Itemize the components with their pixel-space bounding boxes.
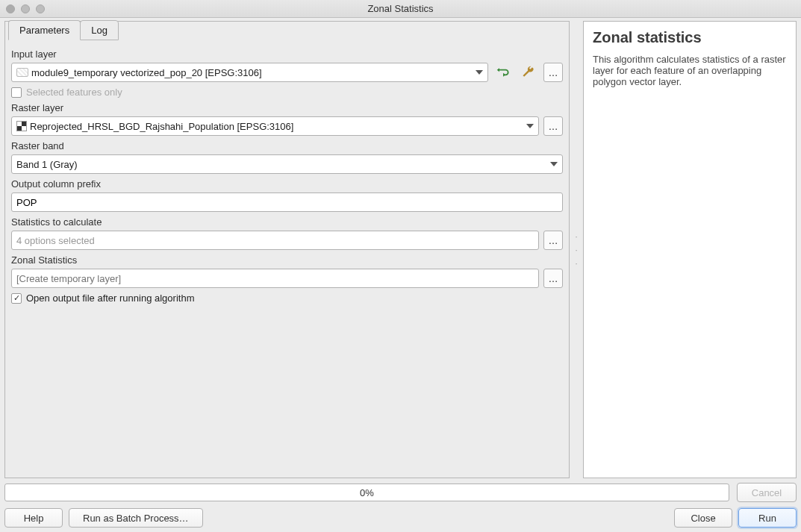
- selected-features-row: Selected features only: [11, 87, 563, 98]
- ellipsis-icon: …: [549, 67, 558, 78]
- raster-layer-label: Raster layer: [11, 102, 563, 113]
- output-label: Zonal Statistics: [11, 254, 563, 266]
- input-layer-browse-button[interactable]: …: [543, 63, 563, 82]
- help-body: This algorithm calculates statistics of …: [593, 54, 787, 87]
- progress-text: 0%: [360, 487, 374, 498]
- cancel-button: Cancel: [737, 483, 797, 502]
- raster-layer-value: Reprojected_HRSL_BGD_Rajshahi_Population…: [30, 121, 293, 132]
- selected-features-label: Selected features only: [26, 87, 122, 98]
- window-title: Zonal Statistics: [0, 3, 801, 14]
- input-layer-combo[interactable]: module9_temporary vectorized_pop_20 [EPS…: [11, 63, 488, 82]
- tab-parameters[interactable]: Parameters: [8, 20, 81, 40]
- stats-label: Statistics to calculate: [11, 216, 563, 228]
- chevron-down-icon: [476, 70, 483, 75]
- help-title: Zonal statistics: [593, 29, 787, 46]
- output-input[interactable]: [11, 269, 539, 288]
- progress-bar: 0%: [4, 484, 729, 501]
- run-batch-button[interactable]: Run as Batch Process…: [69, 508, 203, 528]
- advanced-options-button[interactable]: [518, 63, 539, 82]
- prefix-input-field[interactable]: [16, 197, 558, 208]
- raster-band-select[interactable]: Band 1 (Gray): [11, 154, 563, 174]
- splitter-handle[interactable]: ···: [574, 21, 579, 478]
- raster-band-value: Band 1 (Gray): [16, 159, 78, 170]
- prefix-input[interactable]: [11, 193, 563, 212]
- ellipsis-icon: …: [549, 235, 558, 246]
- run-button[interactable]: Run: [738, 508, 797, 528]
- open-after-row[interactable]: Open output file after running algorithm: [11, 292, 563, 304]
- iterate-icon: [496, 66, 511, 79]
- polygon-layer-icon: [16, 68, 28, 77]
- stats-display[interactable]: 4 options selected: [11, 231, 539, 250]
- ellipsis-icon: …: [549, 273, 558, 284]
- raster-layer-icon: [16, 121, 27, 131]
- output-browse-button[interactable]: …: [543, 269, 563, 288]
- close-window-icon[interactable]: [6, 4, 15, 13]
- prefix-label: Output column prefix: [11, 178, 563, 190]
- stats-browse-button[interactable]: …: [543, 231, 563, 250]
- selected-features-checkbox: [11, 87, 22, 98]
- titlebar: Zonal Statistics: [0, 0, 801, 18]
- chevron-down-icon: [526, 124, 534, 128]
- wrench-icon: [521, 65, 536, 80]
- raster-layer-combo[interactable]: Reprojected_HRSL_BGD_Rajshahi_Population…: [11, 116, 539, 136]
- zoom-window-icon[interactable]: [36, 4, 45, 13]
- iterate-features-button[interactable]: [493, 63, 514, 82]
- ellipsis-icon: …: [549, 121, 558, 132]
- input-layer-value: module9_temporary vectorized_pop_20 [EPS…: [31, 67, 262, 78]
- close-button[interactable]: Close: [674, 508, 732, 528]
- raster-band-label: Raster band: [11, 140, 563, 151]
- open-after-label: Open output file after running algorithm: [26, 292, 194, 304]
- parameters-panel: Parameters Log Input layer module9_tempo…: [4, 21, 570, 478]
- output-input-field[interactable]: [16, 273, 534, 284]
- tab-log[interactable]: Log: [80, 20, 119, 40]
- minimize-window-icon[interactable]: [21, 4, 30, 13]
- help-panel: Zonal statistics This algorithm calculat…: [583, 21, 797, 478]
- raster-layer-browse-button[interactable]: …: [543, 116, 563, 136]
- stats-value: 4 options selected: [16, 235, 95, 246]
- window-controls: [6, 4, 45, 13]
- open-after-checkbox[interactable]: [11, 293, 22, 304]
- chevron-down-icon: [550, 162, 558, 166]
- input-layer-label: Input layer: [11, 48, 563, 60]
- tab-bar: Parameters Log: [5, 21, 569, 41]
- help-button[interactable]: Help: [4, 508, 63, 528]
